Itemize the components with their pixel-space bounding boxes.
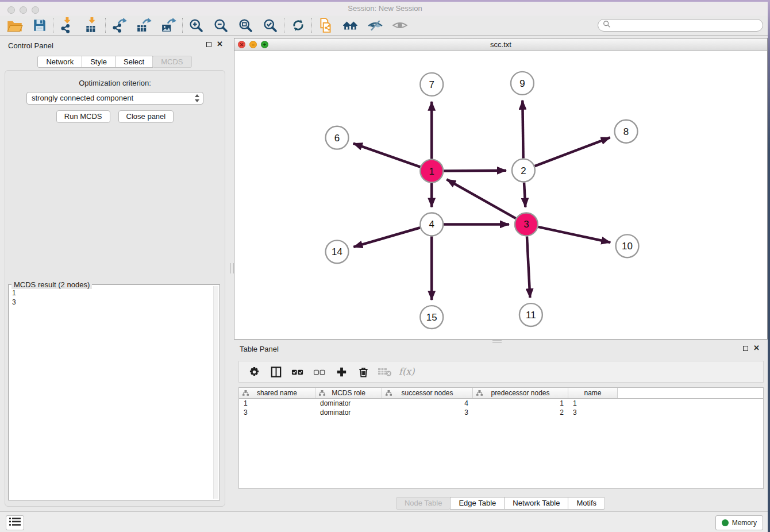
table-row[interactable]: 1dominator411 (239, 399, 763, 408)
table-cell[interactable]: dominator (315, 408, 382, 417)
column-header-successor-nodes[interactable]: successor nodes (382, 388, 473, 398)
column-header-MCDS-role[interactable]: MCDS role (315, 388, 382, 398)
gear-icon[interactable] (245, 363, 263, 380)
refresh-icon[interactable] (286, 17, 310, 34)
zoom-out-icon[interactable] (209, 17, 233, 34)
graph-edge-4-14[interactable] (353, 228, 420, 247)
vertical-splitter[interactable] (230, 36, 234, 511)
graph-edge-2-9[interactable] (522, 101, 523, 159)
select-all-icon[interactable] (288, 363, 307, 380)
column-header-name[interactable]: name (568, 388, 618, 398)
deselect-all-icon[interactable] (310, 363, 329, 380)
graph-node-3[interactable]: 3 (515, 213, 538, 236)
network-canvas[interactable]: 7968124314101511 (234, 51, 767, 339)
split-columns-icon[interactable] (267, 363, 285, 380)
chevron-up-down-icon (194, 94, 200, 102)
mcds-result-list[interactable]: 13 (12, 288, 211, 498)
close-panel-icon[interactable] (217, 41, 223, 47)
tab-network[interactable]: Network (37, 56, 82, 68)
table-cell[interactable]: 1 (239, 399, 315, 408)
hide-eye-icon[interactable] (363, 17, 387, 34)
table-cell[interactable]: 3 (382, 408, 473, 417)
graph-node-8[interactable]: 8 (615, 120, 638, 143)
graph-edge-1-6[interactable] (353, 144, 421, 167)
close-panel-icon[interactable] (753, 345, 760, 351)
optimization-criterion-label: Optimization criterion: (5, 71, 225, 87)
close-panel-button[interactable]: Close panel (118, 110, 174, 123)
svg-text:4: 4 (429, 219, 434, 230)
search-box[interactable] (598, 19, 763, 32)
graph-edge-2-3[interactable] (524, 183, 525, 207)
graph-node-2[interactable]: 2 (512, 159, 535, 182)
graph-node-4[interactable]: 4 (420, 213, 443, 236)
tab-style[interactable]: Style (82, 56, 116, 68)
tab-edge-table[interactable]: Edge Table (450, 497, 505, 510)
export-image-icon[interactable] (156, 17, 181, 34)
graph-node-9[interactable]: 9 (511, 72, 534, 95)
svg-text:14: 14 (332, 246, 342, 257)
graph-node-7[interactable]: 7 (420, 73, 443, 96)
export-network-icon[interactable] (107, 17, 132, 34)
svg-text:8: 8 (623, 126, 629, 137)
table-cell[interactable]: 3 (239, 408, 315, 417)
table-cell[interactable]: 4 (382, 399, 473, 408)
float-panel-icon[interactable] (743, 346, 748, 351)
open-file-icon[interactable] (2, 17, 27, 34)
zoom-selected-icon[interactable] (258, 17, 283, 34)
graph-node-6[interactable]: 6 (326, 126, 349, 149)
tab-motifs[interactable]: Motifs (568, 497, 605, 510)
tab-select[interactable]: Select (115, 56, 153, 68)
table-cell[interactable]: 1 (568, 399, 618, 408)
float-panel-icon[interactable] (206, 42, 211, 47)
zoom-in-icon[interactable] (184, 17, 209, 34)
graph-node-14[interactable]: 14 (326, 240, 349, 263)
network-window-titlebar[interactable]: scc.txt (234, 38, 767, 51)
home-icon[interactable] (338, 17, 363, 34)
table-row[interactable]: 3dominator323 (239, 408, 763, 417)
table-cell[interactable]: dominator (315, 399, 382, 408)
graph-edge-3-11[interactable] (527, 236, 530, 298)
task-history-button[interactable] (6, 515, 24, 530)
result-scrollbar[interactable] (213, 286, 218, 499)
delete-icon[interactable] (354, 363, 372, 380)
import-table-icon[interactable] (79, 17, 104, 34)
status-bar: Memory (0, 511, 770, 532)
graph-node-15[interactable]: 15 (420, 306, 443, 329)
graph-edge-2-8[interactable] (535, 137, 610, 166)
save-session-icon[interactable] (27, 17, 52, 34)
zoom-traffic-light[interactable] (32, 6, 39, 14)
table-cell[interactable]: 3 (568, 408, 618, 417)
graph-edge-3-1[interactable] (446, 179, 515, 218)
mcds-panel: Optimization criterion: strongly connect… (5, 70, 225, 507)
zoom-traffic-light[interactable] (261, 41, 268, 48)
add-column-icon[interactable] (332, 363, 351, 380)
graph-node-1[interactable]: 1 (420, 160, 443, 183)
graph-edge-1-2[interactable] (444, 171, 506, 171)
search-input[interactable] (614, 21, 763, 30)
clone-network-icon[interactable] (313, 17, 338, 34)
close-traffic-light[interactable] (238, 41, 245, 48)
close-traffic-light[interactable] (7, 6, 15, 14)
tab-network-table[interactable]: Network Table (504, 497, 568, 510)
toolbar-separator (311, 18, 312, 33)
memory-button[interactable]: Memory (715, 515, 763, 530)
run-mcds-button[interactable]: Run MCDS (56, 110, 110, 123)
toolbar-separator (53, 18, 53, 33)
column-label: name (584, 389, 601, 397)
table-cell[interactable]: 1 (473, 399, 568, 408)
column-header-predecessor-nodes[interactable]: predecessor nodes (473, 388, 568, 398)
graph-node-11[interactable]: 11 (519, 303, 542, 326)
export-table-icon[interactable] (132, 17, 156, 34)
show-eye-icon[interactable] (387, 17, 412, 34)
criterion-select[interactable]: strongly connected component (26, 92, 203, 105)
graph-edge-3-10[interactable] (538, 227, 610, 242)
zoom-fit-icon[interactable] (233, 17, 258, 34)
table-cell[interactable]: 2 (473, 408, 568, 417)
control-panel-title: Control Panel (8, 41, 53, 50)
minimize-traffic-light[interactable] (20, 6, 27, 14)
column-header-shared-name[interactable]: shared name (239, 388, 315, 398)
minimize-traffic-light[interactable] (249, 41, 257, 48)
graph-node-10[interactable]: 10 (616, 234, 639, 257)
control-panel-tabs: NetworkStyleSelectMCDS (0, 56, 230, 68)
import-network-icon[interactable] (55, 17, 79, 34)
